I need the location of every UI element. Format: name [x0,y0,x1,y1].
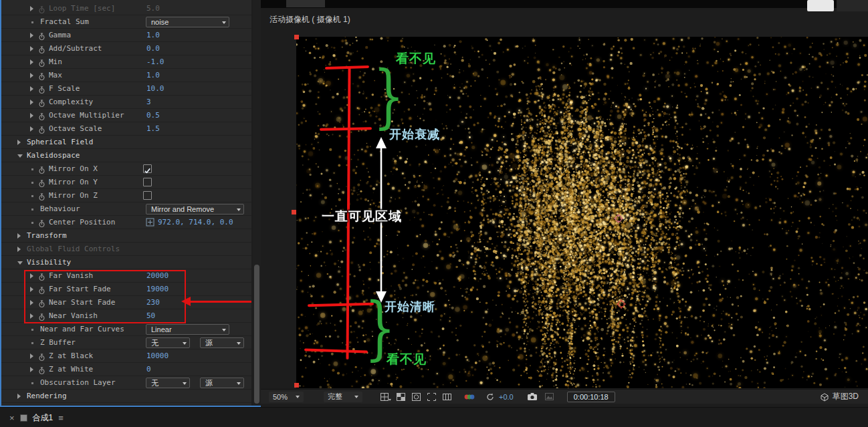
fast-previews-button[interactable]: 草图3D [819,391,859,402]
timeline-property-row[interactable]: Min-1.0 [1,55,251,69]
timeline-group-row[interactable]: Kaleidospace [1,149,251,162]
property-value[interactable]: 3 [146,96,151,108]
expand-arrow-icon[interactable] [30,73,33,78]
expand-arrow-icon[interactable] [30,33,33,38]
timeline-property-row[interactable]: Gamma1.0 [1,29,251,42]
timeline-property-row[interactable]: Octave Multiplier0.5 [1,109,251,122]
point-of-interest-marker[interactable] [613,213,624,224]
annotation-rectangle [24,270,186,323]
property-value[interactable]: 1.0 [146,69,160,82]
checkbox[interactable] [143,191,152,200]
timeline-property-row[interactable]: Mirror On X [1,162,251,176]
scrollbar-thumb[interactable] [254,265,259,404]
layer-handle-bottom-left[interactable] [294,383,299,388]
expand-arrow-icon[interactable] [17,140,21,145]
chevron-down-icon [183,382,187,385]
timeline-property-row[interactable]: Max1.0 [1,69,251,82]
timeline-property-row[interactable]: Add/Subtract0.0 [1,42,251,55]
timeline-property-row[interactable]: Mirror On Y [1,176,251,189]
magnification-dropdown[interactable]: 50% [269,392,304,402]
expand-arrow-icon[interactable] [17,247,21,252]
pixel-aspect-correction-icon[interactable] [440,392,454,402]
timeline-property-row[interactable]: Z at White0 [1,363,251,376]
bullet-icon [31,182,33,184]
expand-arrow-icon[interactable] [30,353,33,359]
top-right-button[interactable] [807,0,834,11]
snapshot-camera-icon[interactable] [526,392,540,402]
property-value[interactable]: 10000 [146,349,169,362]
dropdown[interactable]: noise [146,17,229,27]
property-value[interactable]: 5.0 [146,2,160,15]
dropdown[interactable]: 无 [146,378,190,388]
property-value[interactable]: 0 [146,363,151,376]
property-value[interactable]: 0.0 [146,42,160,55]
timeline-property-row[interactable]: Complexity3 [1,96,251,109]
timeline-property-row[interactable]: Z Buffer无源 [1,336,251,349]
dropdown[interactable]: Mirror and Remove [146,204,244,215]
timeline-property-row[interactable]: F Scale10.0 [1,82,251,96]
timeline-property-row[interactable]: Z at Black10000 [1,349,251,363]
checkbox[interactable] [143,164,152,173]
property-label: Z Buffer [40,336,76,349]
expand-arrow-icon[interactable] [30,100,33,105]
resolution-dropdown[interactable]: 完整 [324,392,362,402]
expand-arrow-icon[interactable] [17,233,21,239]
annotation-arrow-line [190,301,251,303]
reset-exposure-icon[interactable] [483,392,497,402]
collapse-arrow-icon[interactable] [17,261,23,265]
close-icon[interactable]: × [9,413,15,423]
timeline-property-row[interactable]: Near and Far CurvesLinear [1,323,251,336]
expand-arrow-icon[interactable] [17,394,21,399]
expand-arrow-icon[interactable] [30,367,33,372]
timeline-property-row[interactable]: Center Position972.0, 714.0, 0.0 [1,216,251,229]
dropdown[interactable]: 源 [200,337,244,348]
show-channel-icon[interactable] [462,392,476,402]
timeline-group-row[interactable]: Transform [1,229,251,243]
dropdown[interactable]: 源 [200,378,244,388]
position-value[interactable]: 972.0, 714.0, 0.0 [158,216,233,229]
grid-guides-options-icon[interactable] [378,392,393,402]
dropdown[interactable]: Linear [146,324,229,335]
timeline-property-row[interactable]: Fractal Sumnoise [1,15,251,29]
expand-arrow-icon[interactable] [30,126,33,132]
timeline-group-row[interactable]: Global Fluid Controls [1,243,251,256]
dropdown-value: 源 [205,379,213,387]
show-snapshot-icon[interactable] [542,392,556,402]
expand-arrow-icon[interactable] [30,46,33,51]
checkbox[interactable] [143,178,152,186]
anchor-point-marker[interactable] [616,299,627,309]
expand-arrow-icon[interactable] [30,6,33,11]
panel-menu-icon[interactable]: ≡ [58,413,64,423]
layer-handle-top-left[interactable] [294,35,299,39]
timeline-group-row[interactable]: Visibility [1,256,251,269]
property-value[interactable]: 10.0 [146,82,165,95]
timeline-property-row[interactable]: Mirror On Z [1,189,251,202]
exposure-value[interactable]: +0.0 [499,393,514,401]
dropdown[interactable]: 无 [146,337,190,348]
layer-handle-mid-left[interactable] [292,210,296,215]
property-value[interactable]: 1.5 [146,122,160,135]
mask-visibility-icon[interactable] [409,392,423,402]
property-value[interactable]: 1.0 [146,29,160,41]
timeline-property-row[interactable]: Obscuration Layer无源 [1,376,251,390]
timeline-group-row[interactable]: Rendering [1,390,251,403]
bullet-icon [31,21,33,23]
draft-3d-icon [819,392,829,402]
position-target-icon[interactable] [146,218,154,227]
transparency-grid-icon[interactable] [394,392,408,402]
composition-tab[interactable]: × 合成1 ≡ [3,408,70,427]
property-value[interactable]: -1.0 [146,55,165,68]
expand-arrow-icon[interactable] [30,59,33,65]
property-value[interactable]: 0.5 [146,109,160,122]
expand-arrow-icon[interactable] [30,86,33,92]
timeline-property-row[interactable]: Loop Time [sec]5.0 [1,2,251,15]
expand-arrow-icon[interactable] [30,113,33,118]
collapse-arrow-icon[interactable] [17,154,23,158]
timecode-display[interactable]: 0:00:10:18 [567,392,615,402]
region-of-interest-icon[interactable] [425,392,439,402]
timeline-property-row[interactable]: BehaviourMirror and Remove [1,202,251,216]
annotation-invisible-top: 看不见 [396,50,436,67]
timeline-property-row[interactable]: Octave Scale1.5 [1,122,251,136]
property-label: Add/Subtract [49,42,102,55]
timeline-group-row[interactable]: Spherical Field [1,136,251,149]
